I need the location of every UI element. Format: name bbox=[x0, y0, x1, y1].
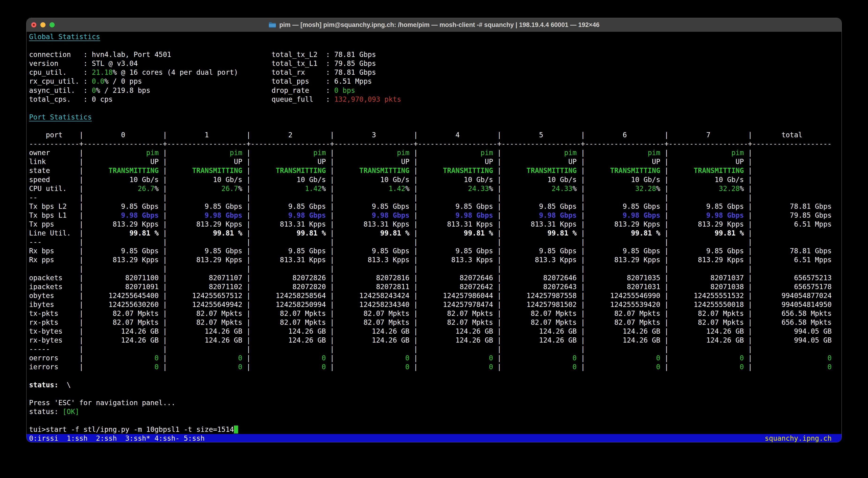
stat-cell bbox=[418, 194, 497, 202]
stat-total-cell bbox=[752, 194, 832, 202]
global-stat-row: total_cps. : 0 cps queue_full : 132,970,… bbox=[29, 95, 839, 104]
global-statistics-heading: Global Statistics bbox=[29, 33, 100, 41]
stat-cell: 124.26 GB bbox=[585, 336, 664, 344]
stat-total-cell bbox=[752, 229, 832, 237]
stat-cell bbox=[585, 345, 664, 353]
stat-cell: 82.07 Mpkts bbox=[84, 318, 163, 327]
stat-total-cell bbox=[752, 185, 832, 193]
stat-cell: 1.42 bbox=[251, 185, 322, 193]
stat-cell: 813.29 Kpps bbox=[84, 220, 163, 228]
stat-cell: 9.98 Gbps bbox=[585, 211, 664, 219]
stat-cell: TRANSMITTING bbox=[251, 167, 330, 175]
stat-cell: 9.85 Gbps bbox=[167, 247, 247, 255]
global-statistics-heading-line: Global Statistics bbox=[29, 32, 839, 41]
stat-cell bbox=[585, 265, 664, 273]
stat-cell: 813.3 Kpps bbox=[334, 256, 414, 264]
stat-cell: 813.31 Kpps bbox=[251, 220, 330, 228]
stat-cell: 10 Gb/s bbox=[167, 176, 247, 184]
port-statistics-heading: Port Statistics bbox=[29, 113, 92, 121]
global-stat-label: connection : bbox=[29, 50, 92, 59]
port-stats-row-ipackets: ipackets | 82071091 | 82071102 | 8207282… bbox=[29, 282, 839, 291]
status-spinner: \ bbox=[67, 381, 71, 389]
status-ok-line: status: [OK] bbox=[29, 407, 839, 416]
stat-cell: 9.85 Gbps bbox=[251, 202, 330, 210]
stat-cell: 99.81 % bbox=[251, 229, 330, 237]
port-stats-row-rx-pkts: rx-pkts | 82.07 Mpkts | 82.07 Mpkts | 82… bbox=[29, 318, 839, 327]
stat-cell: 0 bbox=[251, 354, 330, 362]
stat-cell: 24.33 bbox=[418, 185, 489, 193]
stat-cell: 0 bbox=[84, 363, 163, 371]
stat-cell: 9.85 Gbps bbox=[501, 247, 581, 255]
global-stat-label: async_util. : bbox=[29, 87, 92, 95]
stat-cell: 9.85 Gbps bbox=[84, 202, 163, 210]
port-stats-row-ibytes: ibytes | 124255630260 | 124255649942 | 1… bbox=[29, 300, 839, 309]
stat-cell: 9.85 Gbps bbox=[418, 202, 497, 210]
stat-cell bbox=[251, 238, 330, 246]
port-column-header: 1 bbox=[167, 131, 247, 139]
close-button[interactable] bbox=[31, 22, 36, 27]
port-stats-row--: ----- | | | | | | | | | bbox=[29, 345, 839, 353]
stat-cell: 0 bbox=[669, 354, 748, 362]
stat-cell: 82072646 bbox=[418, 274, 497, 282]
stat-cell: 82071102 bbox=[167, 283, 247, 291]
stat-cell: UP bbox=[418, 158, 497, 166]
stat-cell: 813.29 Kpps bbox=[585, 220, 664, 228]
stat-cell: 99.81 % bbox=[585, 229, 664, 237]
row-label: ibytes bbox=[29, 301, 79, 309]
stat-cell: 9.85 Gbps bbox=[585, 202, 664, 210]
stat-cell: 0 bbox=[167, 363, 247, 371]
global-stat-label: cpu_util. : bbox=[29, 68, 92, 76]
row-label: oerrors bbox=[29, 354, 79, 362]
stat-cell: 813.29 Kpps bbox=[167, 256, 247, 264]
stat-cell: 813.31 Kpps bbox=[251, 256, 330, 264]
stat-cell: 0 bbox=[334, 354, 414, 362]
stat-cell: UP bbox=[669, 158, 748, 166]
row-label: ----- bbox=[29, 345, 79, 353]
row-label: state bbox=[29, 167, 79, 175]
stat-cell: 82072642 bbox=[418, 283, 497, 291]
port-stats-row-rx-pps: Rx pps | 813.29 Kpps | 813.29 Kpps | 813… bbox=[29, 255, 839, 264]
stat-cell: 82.07 Mpkts bbox=[669, 318, 748, 327]
stat-cell: 9.85 Gbps bbox=[501, 202, 581, 210]
stat-cell: 9.85 Gbps bbox=[334, 202, 414, 210]
minimize-button[interactable] bbox=[40, 22, 45, 27]
row-label: Tx bps L1 bbox=[29, 211, 79, 219]
global-stat-value: 21.18 bbox=[92, 68, 113, 76]
stat-cell: 124.26 GB bbox=[251, 327, 330, 335]
terminal[interactable]: Global Statistics connection : hvn4.lab,… bbox=[27, 32, 841, 442]
stat-cell: 99.81 % bbox=[167, 229, 247, 237]
stat-cell bbox=[501, 238, 581, 246]
global-stat-row: version : STL @ v3.04 total_tx_L1 : 79.8… bbox=[29, 59, 839, 68]
stat-cell: UP bbox=[585, 158, 664, 166]
stat-cell: 82.07 Mpkts bbox=[501, 310, 581, 317]
stat-cell: 82072643 bbox=[501, 283, 581, 291]
window-titlebar[interactable]: pim — [mosh] pim@squanchy.ipng.ch: /home… bbox=[27, 18, 841, 32]
stat-cell: 24.33 bbox=[502, 185, 572, 193]
stat-total-cell bbox=[752, 149, 832, 157]
global-stat-row: connection : hvn4.lab, Port 4501 total_t… bbox=[29, 50, 839, 59]
zoom-button[interactable] bbox=[50, 22, 55, 27]
stat-cell: 124.26 GB bbox=[84, 336, 163, 344]
traffic-lights bbox=[31, 18, 55, 32]
status-ok-badge: [OK] bbox=[63, 408, 79, 416]
stat-cell: 0 bbox=[501, 363, 581, 371]
stat-total-cell: 656.58 Mpkts bbox=[752, 310, 832, 317]
row-label: link bbox=[29, 158, 79, 166]
stat-cell bbox=[585, 238, 664, 246]
stat-cell: 124255630260 bbox=[84, 301, 163, 309]
port-column-header: 6 bbox=[585, 131, 664, 139]
stat-cell: 9.85 Gbps bbox=[669, 202, 748, 210]
stat-cell: UP bbox=[334, 158, 414, 166]
port-table-header: port | 0 | 1 | 2 | 3 | 4 | 5 | 6 | 7 | t… bbox=[29, 131, 839, 139]
stat-cell: 82.07 Mpkts bbox=[167, 318, 247, 327]
port-stats-row-obytes: obytes | 124255645400 | 124255657512 | 1… bbox=[29, 291, 839, 300]
global-stat-value: 0 bps bbox=[334, 87, 355, 95]
stat-cell: 99.81 % bbox=[84, 229, 163, 237]
stat-cell: 9.85 Gbps bbox=[167, 202, 247, 210]
stat-cell: 99.81 % bbox=[334, 229, 414, 237]
port-stats-row--: --- | | | | | | | | | bbox=[29, 238, 839, 246]
row-label: opackets bbox=[29, 274, 79, 282]
stat-cell: 124.26 GB bbox=[669, 327, 748, 335]
stat-total-cell: 656575178 bbox=[752, 283, 832, 291]
stat-cell: TRANSMITTING bbox=[501, 167, 581, 175]
